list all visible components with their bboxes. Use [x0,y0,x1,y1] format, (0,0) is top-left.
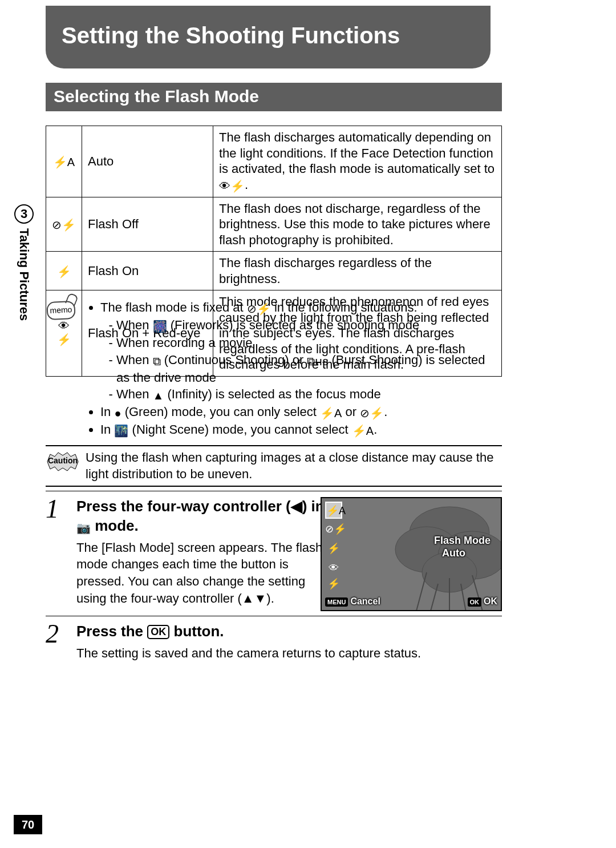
flash-mode-icon-list: ⚡A ⊘⚡ ⚡ 👁⚡ [325,502,342,579]
flash-mode-desc: The flash discharges regardless of the b… [213,252,502,290]
memo-icon: memo [46,301,76,321]
flash-mode-name: Auto [82,126,213,197]
lcd-preview: ⚡A ⊘⚡ ⚡ 👁⚡ Flash Mode Auto MENUCancel OK… [321,497,502,611]
page-number: 70 [14,815,42,834]
step-title: Press the four-way controller (◀) in 📷 m… [76,497,327,536]
lcd-menu-cancel: MENUCancel [325,596,380,607]
svg-line-6 [415,572,427,611]
lcd-flash-mode-value: Auto [442,547,465,559]
flash-auto-icon: ⚡A [46,126,82,197]
flash-auto-icon: ⚡A [325,502,342,519]
flash-mode-desc: The flash does not discharge, regardless… [213,197,502,252]
lcd-flash-mode-title: Flash Mode [434,535,491,547]
flash-off-icon: ⊘⚡ [46,197,82,252]
step-title: Press the OK button. [76,622,499,641]
ok-icon: OK [147,625,169,639]
camera-icon: 📷 [76,520,91,535]
step-number: 1 [46,494,59,524]
step-body: The [Flash Mode] screen appears. The fla… [76,539,327,607]
flash-mode-desc: The flash discharges automatically depen… [213,126,502,197]
section-heading: Selecting the Flash Mode [46,83,502,111]
caution-note: Caution Using the flash when capturing i… [46,445,502,487]
flash-mode-name: Flash On [82,252,213,290]
memo-note: memo The flash mode is fixed at ⊘⚡ in th… [57,299,491,439]
table-row: ⚡ Flash On The flash discharges regardle… [46,252,502,290]
table-row: ⊘⚡ Flash Off The flash does not discharg… [46,197,502,252]
flash-mode-name: Flash Off [82,197,213,252]
chapter-tab: 3 Taking Pictures [13,204,35,347]
flash-redeye-icon: 👁⚡ [325,560,342,577]
step-number: 2 [46,619,59,649]
flash-on-icon: ⚡ [325,540,342,558]
table-row: ⚡A Auto The flash discharges automatical… [46,126,502,197]
step-2: 2 Press the OK button. The setting is sa… [46,616,502,671]
page-title: Setting the Shooting Functions [46,6,491,68]
step-body: The setting is saved and the camera retu… [76,645,499,662]
caution-text: Using the flash when capturing images at… [86,450,493,481]
lcd-ok: OKOK [468,596,498,607]
chapter-number: 3 [14,204,34,224]
flower-icon [364,497,502,611]
chapter-label: Taking Pictures [17,228,31,321]
steps-list: 1 Press the four-way controller (◀) in 📷… [46,491,502,671]
caution-icon: Caution [46,451,80,473]
flash-off-icon: ⊘⚡ [325,521,342,538]
step-1: 1 Press the four-way controller (◀) in 📷… [46,491,502,616]
flash-on-icon: ⚡ [46,252,82,290]
